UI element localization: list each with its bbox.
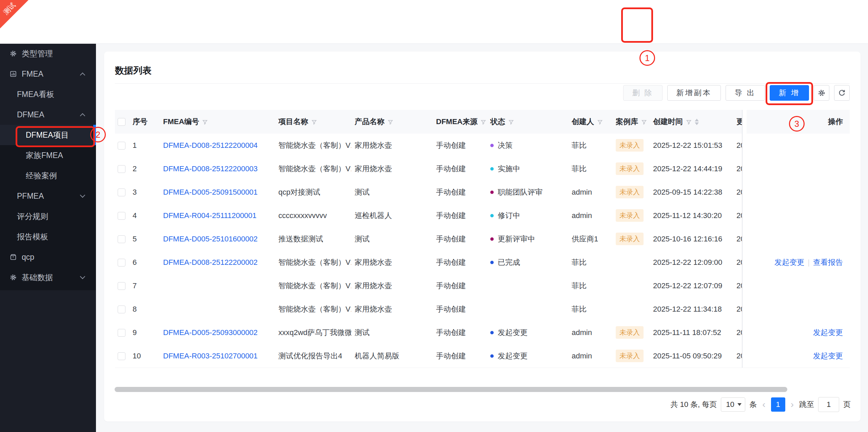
cell-fmea-code: DFMEA-D005-25101600002 bbox=[163, 227, 258, 251]
cell-project-name: 测试优化报告导出4 bbox=[278, 344, 351, 368]
sidebar-item-评分规则[interactable]: 评分规则 bbox=[0, 206, 96, 227]
fmea-code-link[interactable]: DFMEA-D008-25122200002 bbox=[163, 258, 258, 267]
ops-link[interactable]: 发起变更 bbox=[813, 328, 843, 338]
cell-fmea-code: DFMEA-R003-25102700001 bbox=[163, 344, 258, 368]
delete-button[interactable]: 删 除 bbox=[623, 85, 663, 101]
sidebar-item-dfmea[interactable]: DFMEA bbox=[0, 104, 96, 125]
sidebar-item-label: 经验案例 bbox=[26, 171, 57, 181]
case-library-badge: 未录入 bbox=[616, 350, 644, 362]
caret-down-icon bbox=[737, 403, 742, 406]
sidebar-item-类型管理[interactable]: 类型管理 bbox=[0, 43, 96, 64]
sidebar-item-label: DFMEA项目 bbox=[26, 130, 69, 140]
next-page-button[interactable]: › bbox=[789, 397, 795, 412]
sidebar-item-pfmea[interactable]: PFMEA bbox=[0, 186, 96, 206]
column-header-label: 项目名称 bbox=[278, 117, 308, 127]
table-toolbar: 删 除 新增副本 导 出 新 增 bbox=[623, 85, 850, 100]
cell-status: 职能团队评审 bbox=[490, 180, 542, 204]
filter-funnel-icon[interactable] bbox=[387, 119, 394, 125]
add-button[interactable]: 新 增 bbox=[770, 85, 809, 101]
status-dot bbox=[490, 214, 494, 217]
cell-dfmea-source: 手动创建 bbox=[436, 134, 466, 157]
sidebar-item-经验案例[interactable]: 经验案例 bbox=[0, 165, 96, 186]
row-checkbox[interactable] bbox=[118, 352, 125, 360]
filter-funnel-icon[interactable] bbox=[597, 119, 603, 125]
fmea-code-link[interactable]: DFMEA-D005-25091500001 bbox=[163, 188, 258, 197]
column-header-code: FMEA编号 bbox=[163, 110, 208, 134]
sort-icon[interactable] bbox=[695, 119, 699, 125]
cell-creator: 菲比 bbox=[572, 157, 587, 180]
sidebar-item-qcp[interactable]: qcp bbox=[0, 247, 96, 267]
sidebar-item-家族fmea[interactable]: 家族FMEA bbox=[0, 145, 96, 165]
sidebar-item-dfmea项目[interactable]: DFMEA项目 bbox=[0, 125, 96, 145]
horizontal-scrollbar[interactable] bbox=[115, 387, 787, 392]
fmea-code-link[interactable]: DFMEA-R003-25102700001 bbox=[163, 352, 258, 360]
sidebar-item-label: qcp bbox=[22, 253, 34, 262]
select-all-checkbox[interactable] bbox=[118, 118, 125, 126]
row-checkbox[interactable] bbox=[118, 259, 125, 267]
cell-created-time: 2025-12-22 11:34:18 bbox=[653, 297, 722, 321]
cell-product-name: 测试 bbox=[355, 227, 370, 251]
row-checkbox[interactable] bbox=[118, 329, 125, 337]
jump-page-input[interactable]: 1 bbox=[818, 397, 839, 412]
row-checkbox[interactable] bbox=[118, 235, 125, 243]
filter-funnel-icon[interactable] bbox=[311, 119, 317, 125]
page-size-select[interactable]: 10 bbox=[721, 397, 745, 412]
cell-seq: 9 bbox=[133, 321, 137, 344]
cell-case-library: 未录入 bbox=[616, 134, 644, 157]
sidebar-item-fmea[interactable]: FMEA bbox=[0, 64, 96, 84]
column-settings-button[interactable] bbox=[814, 85, 829, 101]
filter-funnel-icon[interactable] bbox=[202, 119, 208, 125]
fmea-code-link[interactable]: DFMEA-D008-25122200004 bbox=[163, 141, 258, 150]
status-text: 实施中 bbox=[498, 164, 520, 174]
cell-case-library: 未录入 bbox=[616, 344, 644, 368]
sidebar-item-label: 基础数据 bbox=[22, 272, 53, 283]
cell-case-library: 未录入 bbox=[616, 157, 644, 180]
filter-funnel-icon[interactable] bbox=[686, 119, 692, 125]
ops-link[interactable]: 查看报告 bbox=[813, 257, 843, 268]
status-dot bbox=[490, 331, 494, 334]
cell-creator: admin bbox=[572, 204, 592, 227]
cell-product-name: 测试 bbox=[355, 321, 370, 344]
cell-fmea-code: DFMEA-D005-25091500001 bbox=[163, 180, 258, 204]
selected-indicator-bar bbox=[93, 125, 96, 145]
filter-funnel-icon[interactable] bbox=[480, 119, 487, 125]
table-row: 7智能烧水壶（客制）V1.1家用烧水壶手动创建菲比2025-12-22 12:0… bbox=[115, 274, 850, 298]
cell-creator: admin bbox=[572, 321, 592, 344]
row-checkbox[interactable] bbox=[118, 142, 125, 150]
cell-dfmea-source: 手动创建 bbox=[436, 157, 466, 180]
current-page-button[interactable]: 1 bbox=[771, 397, 785, 412]
sidebar-item-基础数据[interactable]: 基础数据 bbox=[0, 267, 96, 288]
fmea-code-link[interactable]: DFMEA-R004-25111200001 bbox=[163, 211, 257, 220]
row-checkbox[interactable] bbox=[118, 306, 125, 313]
ops-link[interactable]: 发起变更 bbox=[774, 257, 804, 268]
chevron-down-icon bbox=[80, 193, 85, 198]
case-library-badge: 未录入 bbox=[616, 162, 644, 175]
cell-status: 发起变更 bbox=[490, 344, 528, 368]
cell-updated-time-clipped: 20 bbox=[736, 274, 742, 297]
fmea-code-link[interactable]: DFMEA-D005-25101600002 bbox=[163, 235, 258, 243]
export-button[interactable]: 导 出 bbox=[726, 85, 765, 101]
fmea-code-link[interactable]: DFMEA-D008-25122200003 bbox=[163, 164, 258, 173]
filter-funnel-icon[interactable] bbox=[508, 119, 514, 125]
refresh-button[interactable] bbox=[834, 85, 850, 101]
fmea-code-link[interactable]: DFMEA-D005-25093000002 bbox=[163, 328, 258, 337]
cell-fmea-code: DFMEA-D005-25093000002 bbox=[163, 321, 258, 344]
row-checkbox[interactable] bbox=[118, 212, 125, 220]
sidebar-item-fmea看板[interactable]: FMEA看板 bbox=[0, 84, 96, 104]
sidebar-item-报告模板[interactable]: 报告模板 bbox=[0, 227, 96, 247]
cell-fmea-code: DFMEA-D008-25122200002 bbox=[163, 251, 258, 274]
cell-dfmea-source: 手动创建 bbox=[436, 344, 466, 368]
status-text: 发起变更 bbox=[498, 328, 528, 338]
row-checkbox[interactable] bbox=[118, 282, 125, 290]
chevron-up-icon bbox=[80, 73, 85, 78]
table-row: 6DFMEA-D008-25122200002智能烧水壶（客制）V1.2家用烧水… bbox=[115, 251, 850, 274]
table-row: 2DFMEA-D008-25122200003智能烧水壶（客制）V1.3家用烧水… bbox=[115, 157, 850, 181]
ops-link[interactable]: 发起变更 bbox=[813, 351, 843, 361]
status-text: 已完成 bbox=[498, 257, 520, 268]
row-checkbox[interactable] bbox=[118, 165, 125, 173]
copy-button[interactable]: 新增副本 bbox=[667, 85, 721, 101]
row-checkbox[interactable] bbox=[118, 189, 125, 196]
cell-dfmea-source: 手动创建 bbox=[436, 227, 466, 251]
filter-funnel-icon[interactable] bbox=[641, 119, 647, 125]
prev-page-button[interactable]: ‹ bbox=[761, 397, 767, 412]
